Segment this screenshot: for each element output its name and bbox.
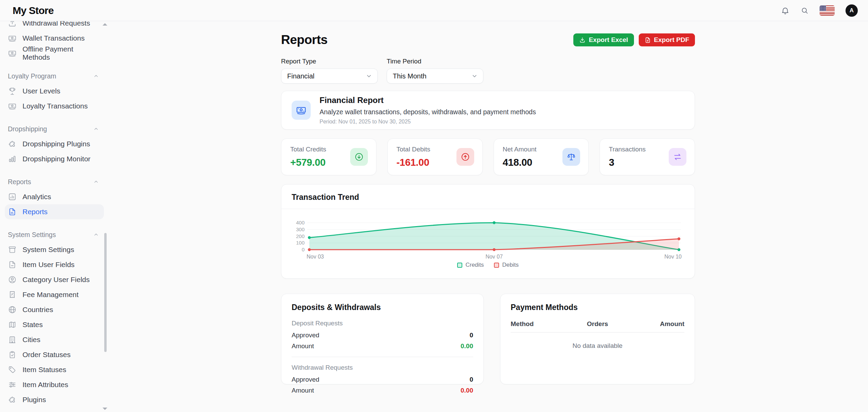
sidebar-item-order-statuses[interactable]: Order Statuses: [5, 347, 104, 362]
sidebar-scroll-down-icon[interactable]: [103, 408, 107, 410]
deposits-withdrawals-card: Deposits & Withdrawals Deposit RequestsA…: [281, 294, 484, 384]
page-header: Reports Export Excel Export PDF: [281, 32, 695, 47]
sidebar-section-dropshipping[interactable]: Dropshipping: [5, 121, 104, 136]
arrow-up-circle-icon: [456, 148, 474, 166]
payment-methods-empty-text: No data available: [511, 342, 684, 350]
sidebar-item-fee-management[interactable]: Fee Management: [5, 287, 104, 302]
report-doc-icon: [8, 207, 17, 216]
dw-row-withdrawal-requests-amount: Amount0.00: [292, 385, 473, 396]
search-icon[interactable]: [801, 6, 809, 15]
legend-item-credits[interactable]: Credits: [457, 262, 484, 268]
sidebar-item-label: Dropshipping Monitor: [22, 155, 91, 163]
stat-label: Total Debits: [397, 146, 430, 153]
sidebar-section-loyalty-program[interactable]: Loyalty Program: [5, 69, 104, 84]
payment-methods-table-header: MethodOrdersAmount: [511, 320, 684, 333]
avatar[interactable]: A: [846, 4, 858, 17]
sidebar-section-label: System Settings: [8, 231, 56, 239]
banner-period: Period: Nov 01, 2025 to Nov 30, 2025: [320, 119, 536, 125]
pm-column-amount: Amount: [626, 320, 684, 328]
stat-text: Total Credits+579.00: [290, 146, 326, 168]
svg-text:0: 0: [302, 247, 305, 252]
page-title: Reports: [281, 33, 327, 47]
stat-text: Net Amount418.00: [503, 146, 537, 168]
sidebar-item-user-levels[interactable]: User Levels: [5, 84, 104, 99]
sidebar-item-withdrawal-requests[interactable]: Withdrawal Requests: [5, 21, 104, 31]
sidebar: Withdrawal RequestsWallet TransactionsOf…: [0, 21, 108, 412]
trophy-icon: [8, 87, 17, 95]
sidebar-item-countries[interactable]: Countries: [5, 302, 104, 317]
stat-card-total-credits: Total Credits+579.00: [281, 138, 376, 175]
dw-row-withdrawal-requests-approved: Approved0: [292, 374, 473, 385]
trend-chart-plot: 0100200300400Nov 03Nov 07Nov 10: [292, 213, 684, 261]
sidebar-item-item-attributes[interactable]: Item Attributes: [5, 377, 104, 392]
sidebar-item-wallet-transactions[interactable]: Wallet Transactions: [5, 31, 104, 46]
sidebar-section-system-settings[interactable]: System Settings: [5, 227, 104, 242]
language-flag-us-icon[interactable]: [820, 5, 835, 16]
export-excel-button[interactable]: Export Excel: [573, 33, 634, 46]
sidebar-section-label: Reports: [8, 178, 31, 186]
sidebar-item-label: Dropshipping Plugins: [22, 140, 90, 148]
file-download-icon: [645, 37, 651, 43]
document-icon: [8, 260, 17, 269]
building-icon: [8, 335, 17, 344]
sidebar-scroll-up-icon[interactable]: [103, 23, 107, 26]
chevron-up-icon: [93, 179, 99, 185]
chevron-down-icon: [366, 73, 372, 79]
sidebar-section-reports[interactable]: Reports: [5, 174, 104, 189]
bottom-cards-row: Deposits & Withdrawals Deposit RequestsA…: [281, 294, 695, 384]
pm-column-method: Method: [511, 320, 569, 328]
sidebar-item-category-user-fields[interactable]: Category User Fields: [5, 272, 104, 287]
sidebar-item-label: Reports: [22, 208, 48, 216]
sidebar-item-label: Item Attributes: [22, 381, 68, 389]
sidebar-item-item-user-fields[interactable]: Item User Fields: [5, 257, 104, 272]
report-type-select[interactable]: Financial: [281, 69, 378, 84]
dw-row-deposit-requests-approved: Approved0: [292, 330, 473, 341]
banner-description: Analyze wallet transactions, deposits, w…: [320, 108, 536, 116]
sidebar-item-states[interactable]: States: [5, 317, 104, 332]
filters-row: Report Type Financial Time Period This M…: [281, 58, 695, 84]
stat-text: Transactions3: [609, 146, 646, 168]
dw-row-label: Approved: [292, 332, 319, 339]
dw-row-deposit-requests-amount: Amount0.00: [292, 341, 473, 352]
sidebar-item-label: Wallet Transactions: [22, 34, 84, 42]
dw-row-label: Amount: [292, 387, 314, 394]
sidebar-item-dropshipping-monitor[interactable]: Dropshipping Monitor: [5, 151, 104, 166]
sidebar-item-plugins[interactable]: Plugins: [5, 392, 104, 407]
bell-icon[interactable]: [781, 6, 790, 15]
time-period-select[interactable]: This Month: [387, 69, 483, 84]
sidebar-item-offline-payment-methods[interactable]: Offline Payment Methods: [5, 46, 104, 61]
sidebar-item-label: Order Statuses: [22, 351, 71, 359]
sidebar-item-loyalty-transactions[interactable]: Loyalty Transactions: [5, 99, 104, 114]
sidebar-section-label: Dropshipping: [8, 125, 47, 133]
upload-icon: [8, 21, 17, 28]
export-pdf-button[interactable]: Export PDF: [639, 33, 695, 46]
dw-row-value: 0.00: [461, 342, 473, 350]
chart-legend: CreditsDebits: [292, 262, 684, 268]
sidebar-item-label: System Settings: [22, 246, 74, 254]
sidebar-item-dropshipping-plugins[interactable]: Dropshipping Plugins: [5, 136, 104, 151]
sidebar-item-system-settings[interactable]: System Settings: [5, 242, 104, 257]
puzzle-icon: [8, 395, 17, 404]
dw-section-label: Withdrawal Requests: [292, 364, 473, 371]
trend-card-title: Transaction Trend: [292, 193, 684, 202]
sidebar-scrollbar[interactable]: [104, 233, 107, 352]
banknote-icon: [8, 102, 17, 111]
svg-text:Nov 03: Nov 03: [307, 254, 324, 260]
sidebar-item-reports[interactable]: Reports: [5, 204, 104, 219]
svg-text:Nov 10: Nov 10: [664, 254, 682, 260]
banknote-icon: [8, 34, 17, 43]
clipboard-check-icon: [8, 350, 17, 359]
sidebar-item-label: Analytics: [22, 193, 51, 201]
sidebar-item-item-statuses[interactable]: Item Statuses: [5, 362, 104, 377]
export-excel-label: Export Excel: [589, 36, 628, 44]
stat-card-net-amount: Net Amount418.00: [494, 138, 589, 175]
export-pdf-label: Export PDF: [654, 36, 689, 44]
report-type-filter: Report Type Financial: [281, 58, 378, 84]
legend-label: Debits: [502, 262, 518, 268]
sidebar-item-analytics[interactable]: Analytics: [5, 189, 104, 204]
legend-item-debits[interactable]: Debits: [494, 262, 518, 268]
banner-title: Financial Report: [320, 95, 536, 105]
puzzle-icon: [8, 139, 17, 148]
svg-text:300: 300: [296, 226, 305, 232]
sidebar-item-cities[interactable]: Cities: [5, 332, 104, 347]
